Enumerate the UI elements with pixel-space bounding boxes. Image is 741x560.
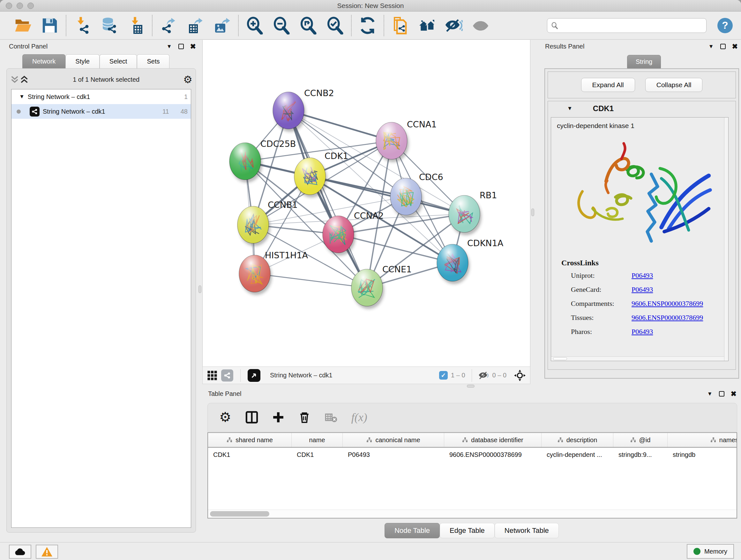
table-cell[interactable]: stringdb [668,451,737,458]
crosslink-link[interactable]: P06493 [631,286,653,294]
expand-all-networks-icon[interactable] [19,75,29,84]
tab-network-table[interactable]: Network Table [495,523,559,538]
memory-button[interactable]: Memory [687,544,734,559]
node-CCNA2[interactable] [323,216,355,256]
collapse-all-networks-icon[interactable] [10,75,19,84]
column-header--id[interactable]: @id [613,433,668,447]
tab-edge-table[interactable]: Edge Table [440,523,495,538]
control-panel-close-icon[interactable]: ✖ [190,43,196,50]
table-row[interactable]: CDK1CDK1P064939606.ENSP00000378699cyclin… [208,448,737,462]
search-input[interactable] [561,22,702,29]
control-panel-collapse-icon[interactable]: ▼ [166,44,172,50]
node-CCNB2[interactable] [273,92,306,132]
zoom-fit-icon[interactable] [295,14,322,37]
tab-select[interactable]: Select [99,54,137,68]
table-hscroll-thumb[interactable] [210,511,269,516]
crosslink-link[interactable]: P06493 [631,327,653,336]
delete-column-icon[interactable] [298,411,311,423]
network-collection-row[interactable]: ▼ String Network – cdk1 1 [11,89,191,104]
bottom-splitter-grip[interactable] [467,385,475,388]
column-header-database-identifier[interactable]: database identifier [444,433,542,447]
results-panel-collapse-icon[interactable]: ▼ [709,44,714,50]
node-CDK1[interactable] [294,158,327,198]
tab-network[interactable]: Network [22,54,65,68]
network-graph[interactable]: CCNB2CCNA1CDC25BCDK1CDC6RB1CCNB1CCNA2CDK… [203,40,530,366]
import-table-file-icon[interactable] [123,14,149,37]
column-header-description[interactable]: description [542,433,613,447]
export-table-icon[interactable] [182,14,209,37]
crosslink-link[interactable]: P06493 [631,271,653,280]
column-header-namespace[interactable]: namespace [668,433,737,447]
import-network-database-icon[interactable] [96,14,123,37]
left-splitter-grip[interactable] [199,286,201,293]
network-options-gear-icon[interactable]: ⚙ [183,74,192,84]
results-hscroll-thumb[interactable] [553,357,567,360]
home-networks-icon[interactable] [414,14,441,37]
results-horizontal-scrollbar[interactable] [551,356,724,361]
tab-string[interactable]: String [627,55,661,68]
table-cell[interactable]: stringdb:9... [613,451,668,458]
node-RB1[interactable] [449,195,482,235]
birdseye-navigator-icon[interactable] [514,370,526,381]
crosslink-link[interactable]: 9606.ENSP00000378699 [631,314,703,322]
show-columns-icon[interactable] [246,411,258,424]
create-column-icon[interactable] [272,411,284,423]
column-header-name[interactable]: name [292,433,343,447]
collapse-all-button[interactable]: Collapse All [645,78,703,92]
node-CCNB1[interactable] [238,206,270,246]
table-cell[interactable]: CDK1 [208,451,292,458]
table-panel-close-icon[interactable]: ✖ [731,390,737,397]
node-CCNA1[interactable] [376,122,409,162]
section-collapse-icon[interactable]: ▼ [567,105,572,112]
table-cell[interactable]: CDK1 [292,451,343,458]
delete-table-icon[interactable] [325,412,337,422]
minimize-window-button[interactable] [17,3,23,9]
tab-node-table[interactable]: Node Table [385,523,440,538]
tab-sets[interactable]: Sets [137,54,170,68]
table-cell[interactable]: 9606.ENSP00000378699 [444,451,542,458]
network-row-selected[interactable]: String Network – cdk1 1148 [11,104,191,119]
column-header-canonical-name[interactable]: canonical name [343,433,444,447]
results-vertical-scrollbar[interactable] [724,118,728,361]
column-header-shared-name[interactable]: shared name [208,433,292,447]
clone-network-icon[interactable] [387,14,414,37]
zoom-out-icon[interactable] [268,14,295,37]
expand-all-button[interactable]: Expand All [581,78,635,92]
node-CDC25B[interactable] [229,143,262,183]
help-button[interactable]: ? [718,18,733,33]
table-cell[interactable]: P06493 [343,451,444,458]
zoom-selected-icon[interactable] [322,14,348,37]
grid-view-icon[interactable] [207,370,217,381]
results-panel-maximize-icon[interactable] [720,44,726,49]
show-hidden-icon[interactable] [467,14,494,37]
results-panel-close-icon[interactable]: ✖ [732,43,738,50]
string-view-icon[interactable] [221,369,233,381]
refresh-view-icon[interactable] [354,14,381,37]
maximize-window-button[interactable] [27,3,34,9]
zoom-in-icon[interactable] [241,14,268,37]
network-canvas[interactable]: CCNB2CCNA1CDC25BCDK1CDC6RB1CCNB1CCNA2CDK… [202,40,530,367]
tab-style[interactable]: Style [65,54,99,68]
node-HIST1H1A[interactable] [239,255,272,295]
control-panel-maximize-icon[interactable] [179,44,184,49]
node-CDKN1A[interactable] [437,244,470,284]
node-CDC6[interactable] [390,178,423,218]
tree-expand-icon[interactable]: ▼ [19,94,24,100]
open-in-new-view-icon[interactable] [248,369,260,382]
hide-selected-icon[interactable] [441,14,467,37]
export-image-icon[interactable] [209,14,235,37]
crosslink-link[interactable]: 9606.ENSP00000378699 [631,300,703,308]
gene-section-header[interactable]: ▼ CDK1 [548,101,736,116]
cloud-status-button[interactable] [9,545,31,559]
table-panel-collapse-icon[interactable]: ▼ [707,391,713,397]
warnings-button[interactable] [36,545,58,559]
open-session-icon[interactable] [10,14,37,37]
table-horizontal-scrollbar[interactable] [208,509,737,518]
import-network-file-icon[interactable] [69,14,96,37]
export-network-icon[interactable] [155,14,182,37]
table-options-gear-icon[interactable]: ⚙ [219,411,231,424]
node-CCNE1[interactable] [351,269,384,309]
table-panel-maximize-icon[interactable] [719,391,724,396]
function-builder-icon[interactable]: f(x) [351,411,367,424]
selected-count-checkbox-icon[interactable]: ✓ [439,371,448,380]
